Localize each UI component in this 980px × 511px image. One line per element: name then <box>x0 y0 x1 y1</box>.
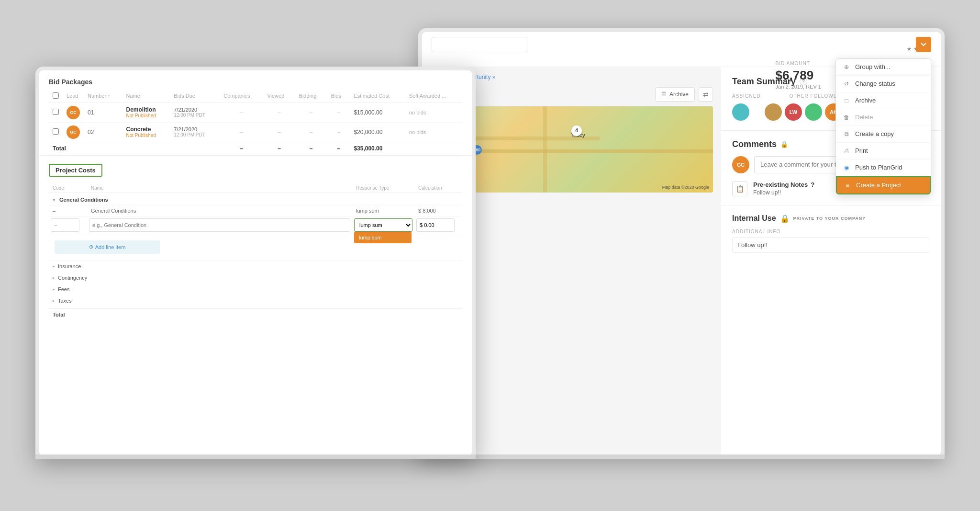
row-01-soft-awarded: no bids <box>405 102 462 122</box>
insurance-arrow: ▸ <box>53 264 55 269</box>
input-response-cell: lump sum unit cost lump sum <box>352 216 414 234</box>
internal-title: Internal Use 🔒 PRIVATE TO YOUR COMPANY <box>732 214 929 223</box>
scene: ★ ★ PRO BID AMOUNT $6,789 Jan 2, 2019, R… <box>35 28 945 483</box>
costs-col-code: Code <box>49 183 87 193</box>
additional-info-value: Follow up!! <box>732 237 929 253</box>
fees-label: Fees <box>58 286 69 292</box>
dropdown-menu: ⊕ Group with... ↺ Change status □ Archiv… <box>835 58 931 195</box>
input-code-cell <box>49 216 87 234</box>
taxes-arrow: ▸ <box>53 298 55 303</box>
total-bidding: – <box>295 142 327 155</box>
bid-packages-title: Bid Packages <box>49 78 92 86</box>
group-icon: ⊕ <box>843 63 850 71</box>
calc-input[interactable] <box>416 218 455 232</box>
costs-table: Code Name Response Type Calculation ▾ <box>49 183 462 261</box>
project-costs-section: Project Costs Code Name Response Type Ca… <box>39 155 472 328</box>
add-line-button[interactable]: ⊕ Add line item <box>55 240 160 254</box>
costs-total-label: Total <box>53 312 65 318</box>
row-01-number: 01 <box>84 102 122 122</box>
row-02-status: Not Published <box>126 133 167 138</box>
menu-item-print[interactable]: 🖨 Print <box>836 143 931 159</box>
bid-amount-label: BID AMOUNT <box>776 61 821 66</box>
menu-item-copy[interactable]: ⧉ Create a copy <box>836 126 931 143</box>
insurance-label: Insurance <box>58 263 81 269</box>
menu-item-print-label: Print <box>855 147 868 154</box>
menu-item-group[interactable]: ⊕ Group with... <box>836 59 931 76</box>
bid-amount-value: $6,789 <box>776 68 821 83</box>
laptop-back: ★ ★ PRO BID AMOUNT $6,789 Jan 2, 2019, R… <box>418 28 945 459</box>
follower-avatar-lw: LW <box>785 103 802 121</box>
costs-col-response: Response Type <box>352 183 414 193</box>
menu-item-change-status[interactable]: ↺ Change status <box>836 76 931 92</box>
menu-item-copy-label: Create a copy <box>855 130 894 137</box>
row-02-checkbox[interactable] <box>53 128 59 135</box>
archive-button[interactable]: ☰ Archive <box>655 87 695 102</box>
assigned-avatar <box>732 103 749 121</box>
row-01-time: 12:00 PM PDT <box>174 113 216 118</box>
menu-item-delete[interactable]: 🗑 Delete <box>836 109 931 126</box>
col-viewed: Viewed <box>263 90 295 103</box>
input-calc-cell <box>414 216 462 234</box>
fees-row[interactable]: ▸ Fees <box>49 284 462 295</box>
gc-name: General Conditions <box>87 205 352 216</box>
input-name-cell <box>87 216 352 234</box>
notes-title: Pre-existing Notes ? <box>753 181 814 188</box>
menu-item-plangrid[interactable]: ◉ Push to PlanGrid <box>836 159 931 176</box>
dropdown-toggle-btn[interactable] <box>916 37 931 52</box>
archive-icon: □ <box>843 97 850 104</box>
bid-packages-table-container: Lead Number ↑ Name Bids Due Companies Vi… <box>39 90 472 155</box>
map-marker: 4 <box>571 125 582 136</box>
name-input[interactable] <box>89 218 350 232</box>
additional-info-label: ADDITIONAL INFO <box>732 229 929 234</box>
row-02-number: 02 <box>84 122 122 142</box>
option-item-lump-sum[interactable]: lump sum <box>354 232 412 243</box>
row-01-lead: GC <box>63 102 84 122</box>
select-all-checkbox[interactable] <box>53 92 59 99</box>
total-companies: – <box>220 142 263 155</box>
lump-sum-dropdown: lump sum <box>354 232 412 243</box>
laptop-back-base <box>418 454 945 459</box>
row-01-date: 7/21/2020 <box>174 107 216 113</box>
row-01-bids-due: 7/21/2020 12:00 PM PDT <box>170 102 220 122</box>
response-type-dropdown: lump sum unit cost lump sum <box>354 218 412 232</box>
search-bar[interactable] <box>432 37 527 52</box>
map-copyright: Map data ©2020 Google <box>662 185 709 190</box>
row-02-bids: – <box>327 122 350 142</box>
total-label: Total <box>49 142 122 155</box>
notes-icon: 📋 <box>732 181 747 196</box>
insurance-row[interactable]: ▸ Insurance <box>49 261 462 272</box>
row-01-checkbox[interactable] <box>53 109 59 115</box>
notes-title-text: Pre-existing Notes <box>753 181 808 188</box>
gc-row: – General Conditions lump sum $ 8,000 <box>49 205 462 216</box>
col-companies: Companies <box>220 90 263 103</box>
code-input[interactable] <box>51 218 79 232</box>
row-02-companies: – <box>220 122 263 142</box>
col-soft-awarded: Soft Awarded ... <box>405 90 462 103</box>
row-01-bids: – <box>327 102 350 122</box>
contingency-label: Contingency <box>58 275 87 281</box>
lead-avatar-gc-01: GC <box>67 106 80 119</box>
total-soft <box>405 142 462 155</box>
menu-item-change-status-label: Change status <box>855 80 895 87</box>
row-02-lead: GC <box>63 122 84 142</box>
general-conditions-header: ▾ General Conditions <box>49 193 462 205</box>
front-screen: Bid Packages Lead Number ↑ Name <box>39 70 472 455</box>
menu-item-create-project[interactable]: ≡ Create a Project <box>836 176 931 194</box>
bid-info: BID AMOUNT $6,789 Jan 2, 2019, REV 1 <box>776 61 821 90</box>
notes-info-icon: ? <box>811 181 814 188</box>
costs-col-name: Name <box>87 183 352 193</box>
total-viewed: – <box>263 142 295 155</box>
internal-title-text: Internal Use <box>732 214 776 223</box>
front-content: Bid Packages Lead Number ↑ Name <box>39 70 472 455</box>
contingency-row[interactable]: ▸ Contingency <box>49 272 462 284</box>
archive-icon: ☰ <box>661 91 667 98</box>
taxes-row[interactable]: ▸ Taxes <box>49 295 462 307</box>
menu-item-archive[interactable]: □ Archive <box>836 92 931 109</box>
laptop-front-base <box>35 454 476 459</box>
row-checkbox-02 <box>49 122 63 142</box>
back-button[interactable]: ⇄ <box>699 87 713 102</box>
gc-response: lump sum <box>352 205 414 216</box>
response-type-select[interactable]: lump sum unit cost <box>354 218 412 232</box>
row-01-companies: – <box>220 102 263 122</box>
col-lead: Lead <box>63 90 84 103</box>
